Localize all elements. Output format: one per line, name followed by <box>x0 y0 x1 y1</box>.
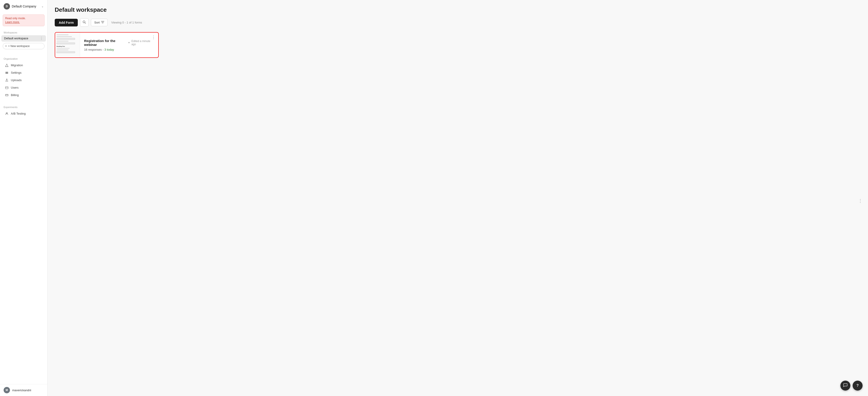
migration-label: Migration <box>11 64 23 67</box>
read-only-banner: Read only mode. Learn more. <box>3 14 44 26</box>
preview-subline <box>57 48 70 48</box>
page-more-options[interactable]: ⋮ <box>858 198 863 203</box>
viewing-text: Viewing 0 - 1 of 1 forms <box>111 21 142 24</box>
company-selector[interactable]: D Default Company ⌄ <box>0 0 47 13</box>
forms-grid: Heading One Registration for the webinar… <box>55 32 861 58</box>
sort-lines-icon <box>101 21 104 24</box>
user-avatar: M <box>4 387 10 393</box>
users-label: Users <box>11 86 19 89</box>
settings-icon <box>5 71 8 75</box>
sidebar-item-ab-testing[interactable]: A/B Testing <box>1 110 46 117</box>
svg-rect-4 <box>6 81 8 81</box>
workspace-item-default[interactable]: Default workspace ⋮ <box>1 35 46 42</box>
preview-input <box>57 38 75 40</box>
form-card[interactable]: Heading One Registration for the webinar… <box>55 32 159 58</box>
workspace-name: Default workspace <box>4 37 28 40</box>
settings-label: Settings <box>11 71 22 74</box>
form-title-row: Registration for the webinar Edited a mi… <box>84 39 154 46</box>
user-profile[interactable]: M maverickandrii <box>0 384 47 396</box>
organization-section: Organization Migration Settings <box>0 54 47 99</box>
form-more-options-icon[interactable]: ⋮ <box>152 35 156 39</box>
preview-line <box>57 50 68 51</box>
svg-marker-0 <box>5 64 8 67</box>
sidebar-item-users[interactable]: Users <box>1 84 46 91</box>
form-card-info: Registration for the webinar Edited a mi… <box>80 33 158 57</box>
sidebar-item-migration[interactable]: Migration <box>1 62 46 69</box>
svg-rect-5 <box>5 87 8 89</box>
sidebar-item-billing[interactable]: Billing <box>1 92 46 99</box>
preview-input <box>57 42 75 44</box>
chevron-down-icon: ⌄ <box>41 5 44 8</box>
svg-rect-1 <box>5 72 8 72</box>
form-preview: Heading One <box>55 33 80 57</box>
svg-line-11 <box>85 23 86 24</box>
preview-input <box>57 51 75 53</box>
add-form-button[interactable]: Add Form <box>55 19 78 27</box>
svg-rect-3 <box>5 73 8 74</box>
svg-rect-2 <box>5 72 8 73</box>
toolbar: Add Form Sort Viewing 0 - 1 of 1 forms <box>55 18 861 27</box>
billing-icon <box>5 93 8 97</box>
experiments-section: Experiments A/B Testing <box>0 103 47 118</box>
workspaces-label: Workspaces <box>0 28 47 35</box>
new-workspace-button[interactable]: + + New workspace <box>3 43 44 49</box>
user-name: maverickandrii <box>12 389 31 392</box>
preview-line <box>57 34 68 35</box>
company-avatar: D <box>4 3 10 9</box>
chat-icon <box>843 383 848 389</box>
form-name: Registration for the webinar <box>84 39 127 46</box>
chat-button[interactable] <box>840 381 850 391</box>
preview-line <box>57 36 72 37</box>
ab-testing-label: A/B Testing <box>11 112 26 115</box>
uploads-label: Uploads <box>11 78 22 82</box>
floating-buttons: ? <box>840 381 863 391</box>
svg-rect-7 <box>5 94 8 96</box>
page-title: Default workspace <box>55 6 861 13</box>
question-icon: ? <box>857 384 859 388</box>
workspace-more-icon[interactable]: ⋮ <box>39 37 43 40</box>
preview-line <box>57 41 68 42</box>
form-edited-time: Edited a minute ago <box>131 39 154 46</box>
ab-testing-icon <box>5 112 8 116</box>
help-button[interactable]: ? <box>852 381 863 391</box>
sidebar: D Default Company ⌄ Read only mode. Lear… <box>0 0 48 396</box>
company-name: Default Company <box>12 4 41 8</box>
form-responses: 16 responses - 3 today <box>84 48 154 51</box>
preview-heading: Heading One <box>57 46 79 47</box>
upload-icon <box>5 78 8 82</box>
learn-more-link[interactable]: Learn more. <box>5 21 20 24</box>
plus-icon: + <box>5 44 7 48</box>
sort-label: Sort <box>94 21 100 24</box>
sidebar-item-uploads[interactable]: Uploads <box>1 77 46 84</box>
responses-today: 3 today <box>104 48 114 51</box>
sort-button[interactable]: Sort <box>91 19 107 26</box>
search-icon <box>83 20 86 25</box>
billing-label: Billing <box>11 93 19 97</box>
dot-separator <box>128 42 129 43</box>
organization-label: Organization <box>0 54 47 62</box>
search-button[interactable] <box>80 18 89 27</box>
sidebar-item-settings[interactable]: Settings <box>1 69 46 76</box>
triangle-icon <box>5 64 8 67</box>
main-content: Default workspace Add Form Sort Viewing <box>48 0 868 396</box>
experiments-label: Experiments <box>0 103 47 110</box>
users-icon <box>5 86 8 90</box>
